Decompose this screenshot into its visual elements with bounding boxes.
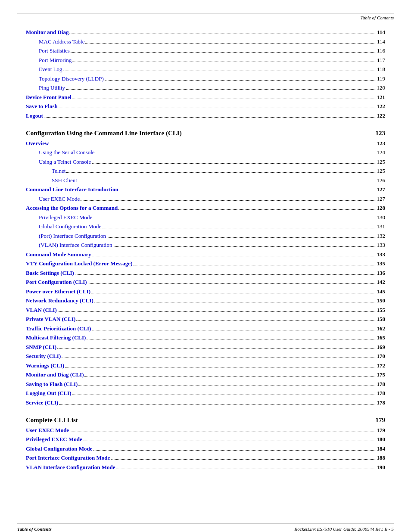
toc-entry-2-2[interactable]: Global Configuration Mode184	[26, 445, 385, 453]
entry-label: MAC Address Table	[26, 37, 84, 46]
entry-dots	[62, 358, 376, 358]
entry-dots	[105, 80, 376, 81]
toc-entry-1-22[interactable]: SNMP (CLI)169	[26, 343, 385, 352]
entry-dots	[57, 348, 376, 349]
toc-entry-1-16[interactable]: Power over Ethernet (CLI)145	[26, 287, 385, 296]
toc-entry-1-9[interactable]: Global Configuration Mode131	[26, 222, 385, 231]
section-heading-label: Configuration Using the Command Line Int…	[26, 128, 182, 138]
entry-page: 126	[377, 176, 386, 185]
entry-page: 179	[377, 426, 386, 435]
entry-dots	[66, 172, 376, 173]
toc-entry-1-23[interactable]: Security (CLI)170	[26, 352, 385, 361]
toc-entry-0-2[interactable]: Port Statistics116	[26, 47, 385, 55]
entry-dots	[78, 386, 376, 386]
toc-entry-1-14[interactable]: Basic Settings (CLI)136	[26, 269, 385, 277]
entry-page: 120	[377, 84, 386, 92]
entry-label: Service (CLI)	[26, 398, 58, 407]
entry-page: 155	[377, 306, 386, 314]
entry-label: (Port) Interface Configuration	[26, 232, 106, 240]
entry-page: 125	[377, 167, 386, 175]
header-text: Table of Contents	[0, 13, 411, 24]
toc-entry-1-13[interactable]: VTY Configuration Locked (Error Message)…	[26, 259, 385, 268]
toc-entry-1-10[interactable]: (Port) Interface Configuration132	[26, 232, 385, 240]
entry-dots	[88, 283, 376, 284]
toc-entry-1-24[interactable]: Warnings (CLI)172	[26, 361, 385, 370]
entry-page: 118	[377, 65, 385, 74]
entry-page: 121	[377, 93, 386, 102]
entry-dots	[92, 163, 376, 164]
entry-label: Logging Out (CLI)	[26, 389, 71, 398]
entry-label: User EXEC Mode	[26, 195, 80, 203]
entry-page: 123	[377, 139, 386, 148]
toc-content: Monitor and Diag114MAC Address Table114P…	[0, 24, 411, 506]
toc-entry-1-1[interactable]: Using the Serial Console124	[26, 148, 385, 157]
entry-dots	[92, 330, 376, 330]
toc-section-heading-2[interactable]: Complete CLI List179	[26, 415, 385, 425]
entry-dots	[87, 339, 376, 339]
toc-entry-1-27[interactable]: Logging Out (CLI)178	[26, 389, 385, 398]
entry-label: Using a Telnet Console	[26, 158, 91, 166]
toc-entry-0-8[interactable]: Save to Flash122	[26, 102, 385, 111]
toc-entry-0-4[interactable]: Event Log118	[26, 65, 385, 74]
entry-page: 145	[377, 287, 386, 296]
toc-entry-1-28[interactable]: Service (CLI)178	[26, 398, 385, 407]
toc-entry-1-21[interactable]: Multicast Filtering (CLI)165	[26, 333, 385, 342]
toc-entry-1-19[interactable]: Private VLAN (CLI)158	[26, 315, 385, 324]
entry-label: Warnings (CLI)	[26, 361, 64, 370]
entry-dots	[119, 191, 376, 191]
toc-entry-0-1[interactable]: MAC Address Table114	[26, 37, 385, 46]
toc-entry-1-3[interactable]: Telnet125	[26, 167, 385, 175]
entry-label: VLAN Interface Configuration Mode	[26, 463, 115, 472]
dots	[183, 135, 375, 135]
footer: Table of Contents RocketLinx ES7510 User…	[0, 524, 411, 532]
toc-entry-1-11[interactable]: (VLAN) Interface Configuration133	[26, 241, 385, 249]
entry-dots	[65, 367, 376, 367]
entry-page: 119	[377, 75, 385, 83]
toc-entry-0-0[interactable]: Monitor and Diag114	[26, 28, 385, 37]
entry-dots	[133, 265, 376, 265]
entry-label: Topology Discovery (LLDP)	[26, 75, 104, 83]
toc-entry-2-3[interactable]: Port Interface Configuration Mode188	[26, 454, 385, 462]
toc-entry-1-4[interactable]: SSH Client126	[26, 176, 385, 185]
toc-entry-1-20[interactable]: Traffic Prioritization (CLI)162	[26, 324, 385, 333]
entry-label: Monitor and Diag	[26, 28, 68, 37]
toc-entry-1-6[interactable]: User EXEC Mode127	[26, 195, 385, 203]
toc-entry-1-25[interactable]: Monitor and Diag (CLI)175	[26, 370, 385, 379]
toc-entry-1-5[interactable]: Command Line Interface Introduction127	[26, 185, 385, 194]
entry-dots	[85, 43, 376, 44]
entry-label: Overview	[26, 139, 49, 148]
toc-entry-1-0[interactable]: Overview123	[26, 139, 385, 148]
toc-entry-0-6[interactable]: Ping Utility120	[26, 84, 385, 92]
entry-page: 135	[377, 259, 386, 268]
toc-entry-0-9[interactable]: Logout122	[26, 112, 385, 120]
entry-label: User EXEC Mode	[26, 426, 69, 435]
toc-entry-1-2[interactable]: Using a Telnet Console125	[26, 158, 385, 166]
entry-page: 172	[377, 361, 386, 370]
entry-dots	[78, 182, 376, 182]
entry-dots	[59, 404, 376, 404]
entry-page: 128	[377, 204, 386, 212]
toc-entry-0-3[interactable]: Port Mirroring117	[26, 56, 385, 65]
entry-label: Security (CLI)	[26, 352, 61, 361]
entry-page: 114	[377, 37, 385, 46]
footer-right: RocketLinx ES7510 User Guide: 2000544 Re…	[295, 526, 394, 532]
toc-entry-0-7[interactable]: Device Front Panel121	[26, 93, 385, 102]
entry-dots	[63, 71, 376, 71]
toc-entry-0-5[interactable]: Topology Discovery (LLDP)119	[26, 75, 385, 83]
entry-page: 165	[377, 333, 386, 342]
toc-entry-1-7[interactable]: Accessing the Options for a Command128	[26, 204, 385, 212]
toc-entry-1-12[interactable]: Command Mode Summary133	[26, 250, 385, 259]
section-heading-page: 123	[376, 128, 386, 138]
toc-entry-2-4[interactable]: VLAN Interface Configuration Mode190	[26, 463, 385, 472]
toc-entry-1-8[interactable]: Privileged EXEC Mode130	[26, 213, 385, 222]
entry-dots	[93, 219, 376, 219]
toc-entry-1-15[interactable]: Port Configuration (CLI)142	[26, 278, 385, 286]
toc-section-heading-1[interactable]: Configuration Using the Command Line Int…	[26, 128, 385, 138]
toc-entry-2-1[interactable]: Privileged EXEC Mode180	[26, 435, 385, 444]
toc-entry-1-17[interactable]: Network Redundancy (CLI)150	[26, 296, 385, 305]
toc-entry-1-26[interactable]: Saving to Flash (CLI)178	[26, 380, 385, 389]
toc-entry-1-18[interactable]: VLAN (CLI)155	[26, 306, 385, 314]
entry-label: Ping Utility	[26, 84, 65, 92]
toc-entry-2-0[interactable]: User EXEC Mode179	[26, 426, 385, 435]
entry-label: Port Interface Configuration Mode	[26, 454, 110, 462]
